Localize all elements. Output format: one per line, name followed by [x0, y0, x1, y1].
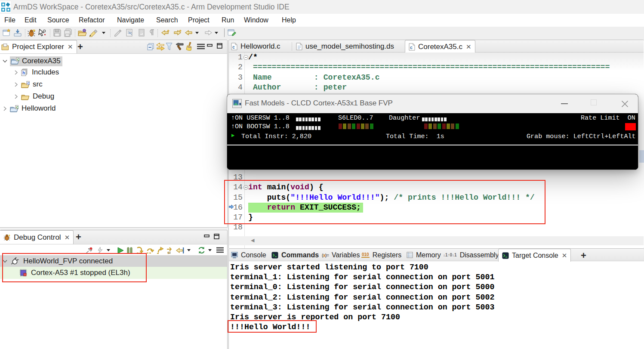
svg-text:C: C — [28, 81, 30, 85]
svg-text:C: C — [17, 58, 20, 62]
svg-text:c: c — [410, 46, 413, 50]
svg-text:h: h — [22, 71, 25, 76]
svg-text:C: C — [16, 105, 19, 109]
svg-text:c: c — [232, 45, 235, 50]
svg-text:si: si — [167, 250, 171, 254]
